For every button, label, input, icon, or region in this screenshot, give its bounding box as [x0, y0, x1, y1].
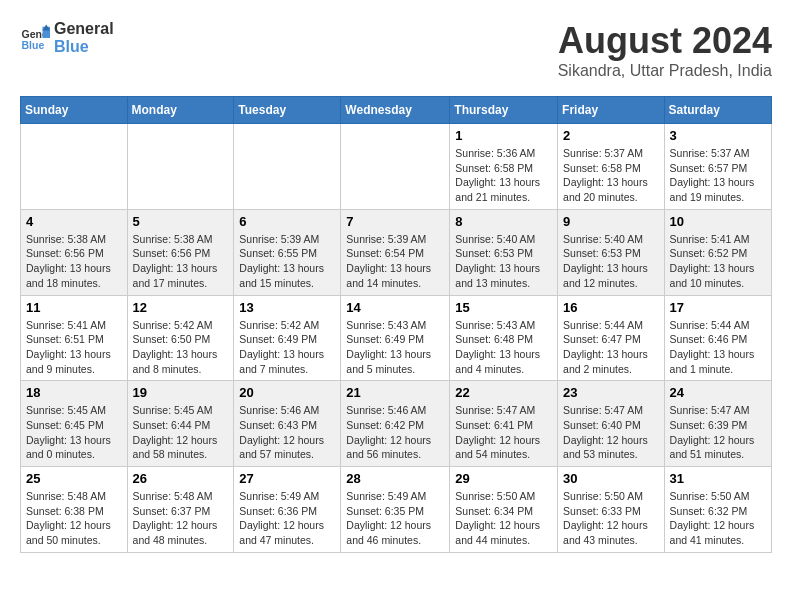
calendar-cell [127, 124, 234, 210]
calendar-cell: 23Sunrise: 5:47 AM Sunset: 6:40 PM Dayli… [558, 381, 665, 467]
logo-icon: General Blue [20, 23, 50, 53]
cell-content: Sunrise: 5:40 AM Sunset: 6:53 PM Dayligh… [563, 232, 659, 291]
page-header: General Blue General Blue August 2024 Si… [20, 20, 772, 80]
cell-content: Sunrise: 5:43 AM Sunset: 6:49 PM Dayligh… [346, 318, 444, 377]
day-number: 24 [670, 385, 766, 400]
calendar-cell [21, 124, 128, 210]
week-row-5: 25Sunrise: 5:48 AM Sunset: 6:38 PM Dayli… [21, 467, 772, 553]
cell-content: Sunrise: 5:42 AM Sunset: 6:49 PM Dayligh… [239, 318, 335, 377]
week-row-1: 1Sunrise: 5:36 AM Sunset: 6:58 PM Daylig… [21, 124, 772, 210]
calendar-body: 1Sunrise: 5:36 AM Sunset: 6:58 PM Daylig… [21, 124, 772, 553]
cell-content: Sunrise: 5:50 AM Sunset: 6:33 PM Dayligh… [563, 489, 659, 548]
cell-content: Sunrise: 5:47 AM Sunset: 6:41 PM Dayligh… [455, 403, 552, 462]
calendar-cell [234, 124, 341, 210]
cell-content: Sunrise: 5:44 AM Sunset: 6:46 PM Dayligh… [670, 318, 766, 377]
day-number: 21 [346, 385, 444, 400]
calendar-cell: 19Sunrise: 5:45 AM Sunset: 6:44 PM Dayli… [127, 381, 234, 467]
calendar-cell: 15Sunrise: 5:43 AM Sunset: 6:48 PM Dayli… [450, 295, 558, 381]
cell-content: Sunrise: 5:41 AM Sunset: 6:52 PM Dayligh… [670, 232, 766, 291]
header-cell-saturday: Saturday [664, 97, 771, 124]
calendar-cell: 16Sunrise: 5:44 AM Sunset: 6:47 PM Dayli… [558, 295, 665, 381]
day-number: 15 [455, 300, 552, 315]
cell-content: Sunrise: 5:44 AM Sunset: 6:47 PM Dayligh… [563, 318, 659, 377]
day-number: 14 [346, 300, 444, 315]
header-row: SundayMondayTuesdayWednesdayThursdayFrid… [21, 97, 772, 124]
calendar-cell: 13Sunrise: 5:42 AM Sunset: 6:49 PM Dayli… [234, 295, 341, 381]
cell-content: Sunrise: 5:37 AM Sunset: 6:57 PM Dayligh… [670, 146, 766, 205]
header-cell-friday: Friday [558, 97, 665, 124]
calendar-cell [341, 124, 450, 210]
day-number: 19 [133, 385, 229, 400]
calendar-cell: 30Sunrise: 5:50 AM Sunset: 6:33 PM Dayli… [558, 467, 665, 553]
calendar-cell: 28Sunrise: 5:49 AM Sunset: 6:35 PM Dayli… [341, 467, 450, 553]
svg-text:Blue: Blue [22, 38, 45, 50]
day-number: 7 [346, 214, 444, 229]
day-number: 28 [346, 471, 444, 486]
calendar-cell: 1Sunrise: 5:36 AM Sunset: 6:58 PM Daylig… [450, 124, 558, 210]
day-number: 26 [133, 471, 229, 486]
calendar-cell: 24Sunrise: 5:47 AM Sunset: 6:39 PM Dayli… [664, 381, 771, 467]
cell-content: Sunrise: 5:37 AM Sunset: 6:58 PM Dayligh… [563, 146, 659, 205]
calendar-cell: 26Sunrise: 5:48 AM Sunset: 6:37 PM Dayli… [127, 467, 234, 553]
cell-content: Sunrise: 5:39 AM Sunset: 6:55 PM Dayligh… [239, 232, 335, 291]
main-title: August 2024 [558, 20, 772, 62]
cell-content: Sunrise: 5:47 AM Sunset: 6:40 PM Dayligh… [563, 403, 659, 462]
calendar-cell: 11Sunrise: 5:41 AM Sunset: 6:51 PM Dayli… [21, 295, 128, 381]
calendar-cell: 10Sunrise: 5:41 AM Sunset: 6:52 PM Dayli… [664, 209, 771, 295]
day-number: 4 [26, 214, 122, 229]
calendar-cell: 31Sunrise: 5:50 AM Sunset: 6:32 PM Dayli… [664, 467, 771, 553]
calendar-cell: 8Sunrise: 5:40 AM Sunset: 6:53 PM Daylig… [450, 209, 558, 295]
day-number: 1 [455, 128, 552, 143]
cell-content: Sunrise: 5:50 AM Sunset: 6:34 PM Dayligh… [455, 489, 552, 548]
calendar-header: SundayMondayTuesdayWednesdayThursdayFrid… [21, 97, 772, 124]
calendar-cell: 29Sunrise: 5:50 AM Sunset: 6:34 PM Dayli… [450, 467, 558, 553]
cell-content: Sunrise: 5:42 AM Sunset: 6:50 PM Dayligh… [133, 318, 229, 377]
day-number: 5 [133, 214, 229, 229]
calendar-cell: 2Sunrise: 5:37 AM Sunset: 6:58 PM Daylig… [558, 124, 665, 210]
day-number: 8 [455, 214, 552, 229]
day-number: 6 [239, 214, 335, 229]
calendar-cell: 21Sunrise: 5:46 AM Sunset: 6:42 PM Dayli… [341, 381, 450, 467]
calendar-cell: 3Sunrise: 5:37 AM Sunset: 6:57 PM Daylig… [664, 124, 771, 210]
day-number: 25 [26, 471, 122, 486]
cell-content: Sunrise: 5:39 AM Sunset: 6:54 PM Dayligh… [346, 232, 444, 291]
cell-content: Sunrise: 5:46 AM Sunset: 6:43 PM Dayligh… [239, 403, 335, 462]
cell-content: Sunrise: 5:38 AM Sunset: 6:56 PM Dayligh… [26, 232, 122, 291]
calendar-cell: 25Sunrise: 5:48 AM Sunset: 6:38 PM Dayli… [21, 467, 128, 553]
day-number: 16 [563, 300, 659, 315]
calendar-cell: 9Sunrise: 5:40 AM Sunset: 6:53 PM Daylig… [558, 209, 665, 295]
calendar-cell: 6Sunrise: 5:39 AM Sunset: 6:55 PM Daylig… [234, 209, 341, 295]
subtitle: Sikandra, Uttar Pradesh, India [558, 62, 772, 80]
day-number: 30 [563, 471, 659, 486]
day-number: 22 [455, 385, 552, 400]
cell-content: Sunrise: 5:36 AM Sunset: 6:58 PM Dayligh… [455, 146, 552, 205]
cell-content: Sunrise: 5:40 AM Sunset: 6:53 PM Dayligh… [455, 232, 552, 291]
day-number: 31 [670, 471, 766, 486]
calendar-cell: 14Sunrise: 5:43 AM Sunset: 6:49 PM Dayli… [341, 295, 450, 381]
header-cell-thursday: Thursday [450, 97, 558, 124]
cell-content: Sunrise: 5:46 AM Sunset: 6:42 PM Dayligh… [346, 403, 444, 462]
header-cell-tuesday: Tuesday [234, 97, 341, 124]
logo-text: General Blue [54, 20, 114, 55]
day-number: 12 [133, 300, 229, 315]
week-row-2: 4Sunrise: 5:38 AM Sunset: 6:56 PM Daylig… [21, 209, 772, 295]
day-number: 18 [26, 385, 122, 400]
day-number: 2 [563, 128, 659, 143]
week-row-3: 11Sunrise: 5:41 AM Sunset: 6:51 PM Dayli… [21, 295, 772, 381]
calendar-cell: 18Sunrise: 5:45 AM Sunset: 6:45 PM Dayli… [21, 381, 128, 467]
cell-content: Sunrise: 5:38 AM Sunset: 6:56 PM Dayligh… [133, 232, 229, 291]
week-row-4: 18Sunrise: 5:45 AM Sunset: 6:45 PM Dayli… [21, 381, 772, 467]
calendar-cell: 22Sunrise: 5:47 AM Sunset: 6:41 PM Dayli… [450, 381, 558, 467]
day-number: 27 [239, 471, 335, 486]
day-number: 11 [26, 300, 122, 315]
calendar-cell: 7Sunrise: 5:39 AM Sunset: 6:54 PM Daylig… [341, 209, 450, 295]
cell-content: Sunrise: 5:48 AM Sunset: 6:37 PM Dayligh… [133, 489, 229, 548]
cell-content: Sunrise: 5:50 AM Sunset: 6:32 PM Dayligh… [670, 489, 766, 548]
day-number: 23 [563, 385, 659, 400]
calendar-cell: 27Sunrise: 5:49 AM Sunset: 6:36 PM Dayli… [234, 467, 341, 553]
calendar-cell: 5Sunrise: 5:38 AM Sunset: 6:56 PM Daylig… [127, 209, 234, 295]
calendar-cell: 17Sunrise: 5:44 AM Sunset: 6:46 PM Dayli… [664, 295, 771, 381]
calendar-table: SundayMondayTuesdayWednesdayThursdayFrid… [20, 96, 772, 553]
day-number: 17 [670, 300, 766, 315]
calendar-cell: 20Sunrise: 5:46 AM Sunset: 6:43 PM Dayli… [234, 381, 341, 467]
